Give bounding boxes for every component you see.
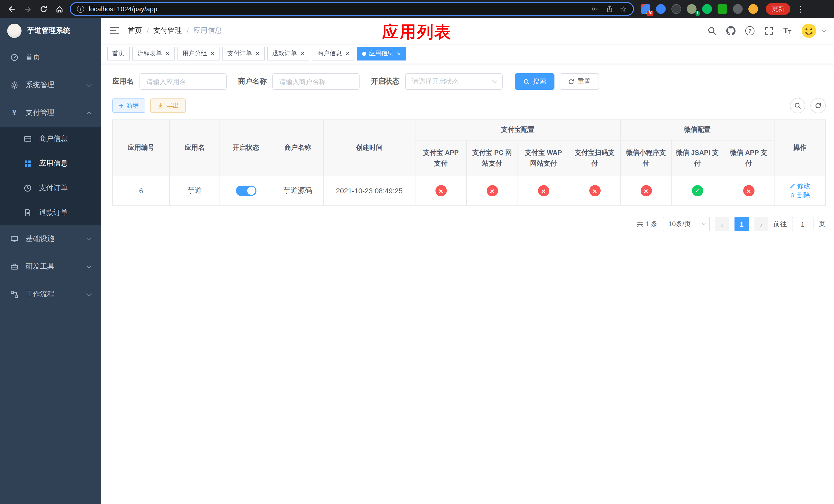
- sidebar-item-dev-tools[interactable]: 研发工具: [0, 253, 101, 280]
- tab-close-icon[interactable]: ×: [346, 50, 349, 57]
- tab-app-info[interactable]: 应用信息 ×: [357, 47, 406, 61]
- sidebar-item-label: 系统管理: [26, 81, 54, 90]
- merchant-name-input[interactable]: [272, 73, 359, 90]
- breadcrumb-payment[interactable]: 支付管理: [153, 26, 182, 36]
- tab-close-icon[interactable]: ×: [211, 50, 214, 57]
- extension-icon-7[interactable]: [733, 4, 743, 14]
- goto-page-input[interactable]: [792, 217, 813, 231]
- tab-merchant-info[interactable]: 商户信息 ×: [312, 47, 354, 61]
- chevron-down-icon: [702, 221, 706, 225]
- extension-icon-5[interactable]: [702, 4, 712, 14]
- export-button[interactable]: 导出: [150, 98, 186, 113]
- tab-close-icon[interactable]: ×: [256, 50, 259, 57]
- github-icon[interactable]: [726, 26, 736, 36]
- share-icon[interactable]: [606, 5, 613, 13]
- browser-refresh-icon[interactable]: [38, 3, 49, 15]
- refresh-table-button[interactable]: [810, 98, 826, 113]
- profile-badge: 1: [695, 11, 700, 16]
- app-name-input[interactable]: [139, 73, 227, 90]
- extension-icon-8[interactable]: [748, 4, 758, 14]
- extension-icon-6[interactable]: [718, 4, 727, 14]
- filter-label-app-name: 应用名: [112, 77, 134, 86]
- prev-page-button[interactable]: ‹: [715, 217, 729, 231]
- sidebar-item-home[interactable]: 首页: [0, 44, 101, 71]
- extension-icon-2[interactable]: [656, 4, 666, 14]
- status-toggle[interactable]: [236, 186, 256, 196]
- tab-close-icon[interactable]: ×: [397, 50, 401, 57]
- search-button[interactable]: 搜索: [515, 73, 554, 90]
- user-menu-caret-icon[interactable]: [821, 27, 827, 32]
- tab-refund-order[interactable]: 退款订单 ×: [267, 47, 310, 61]
- sidebar-item-system[interactable]: 系统管理: [0, 71, 101, 99]
- sidebar-item-label: 商户信息: [39, 134, 68, 143]
- user-avatar[interactable]: [801, 23, 816, 39]
- add-button[interactable]: + 新增: [112, 98, 145, 113]
- app-title: 芋道管理系统: [27, 26, 70, 36]
- sidebar-item-pay-order[interactable]: 支付订单: [0, 176, 101, 201]
- sidebar-item-workflow[interactable]: 工作流程: [0, 280, 101, 308]
- browser-home-icon[interactable]: [54, 3, 65, 15]
- chrome-update-button[interactable]: 更新: [766, 3, 790, 15]
- chevron-up-icon: [86, 111, 91, 116]
- col-app-id: 应用编号: [113, 120, 170, 176]
- search-icon[interactable]: [707, 26, 717, 36]
- edit-link[interactable]: 修改: [789, 182, 810, 191]
- fullscreen-icon[interactable]: [764, 26, 773, 36]
- toggle-search-button[interactable]: [790, 98, 805, 113]
- bookmark-star-icon[interactable]: ☆: [620, 5, 627, 13]
- delete-link[interactable]: 删除: [789, 191, 810, 200]
- font-size-icon[interactable]: TT: [783, 27, 791, 35]
- sidebar-item-label: 首页: [26, 53, 40, 62]
- sidebar-toggle-icon[interactable]: [109, 26, 119, 36]
- app-logo[interactable]: 芋道管理系统: [0, 18, 101, 44]
- chevron-down-icon: [86, 291, 91, 296]
- alipay-pc-status-icon: [486, 185, 498, 197]
- search-form: 应用名 商户名称 开启状态 请选择开启状态: [112, 73, 826, 90]
- address-bar[interactable]: i localhost:1024/pay/app ☆: [70, 2, 634, 16]
- browser-menu-icon[interactable]: ⋮: [795, 4, 806, 14]
- tab-close-icon[interactable]: ×: [166, 50, 170, 57]
- browser-forward-icon[interactable]: [22, 3, 33, 15]
- breadcrumb-current: 应用信息: [193, 26, 222, 36]
- profile-extension-icon[interactable]: 1: [687, 4, 697, 14]
- tab-pay-order[interactable]: 支付订单 ×: [222, 47, 264, 61]
- sidebar-item-label: 研发工具: [26, 262, 54, 271]
- col-merchant: 商户名称: [272, 120, 323, 176]
- page-unit-label: 页: [819, 220, 825, 229]
- dashboard-icon: [10, 53, 19, 62]
- sidebar-item-merchant-info[interactable]: 商户信息: [0, 127, 101, 151]
- sidebar-item-app-info[interactable]: 应用信息: [0, 151, 101, 176]
- sidebar-item-refund-order[interactable]: 退款订单: [0, 201, 101, 225]
- page-number-button[interactable]: 1: [734, 217, 749, 231]
- next-page-button[interactable]: ›: [754, 217, 768, 231]
- col-wechat-mini: 微信小程序支付: [620, 140, 672, 176]
- trash-icon: [789, 192, 795, 199]
- status-select[interactable]: 请选择开启状态: [405, 73, 503, 90]
- toolbox-icon: [10, 262, 19, 271]
- sidebar-item-infrastructure[interactable]: 基础设施: [0, 225, 101, 253]
- filter-label-status: 开启状态: [371, 77, 399, 86]
- tab-close-icon[interactable]: ×: [301, 50, 304, 57]
- cell-created: 2021-10-23 08:49:25: [323, 176, 415, 205]
- extension-icon-3[interactable]: [672, 4, 681, 14]
- reset-button[interactable]: 重置: [559, 73, 599, 90]
- password-key-icon[interactable]: [591, 5, 599, 13]
- extension-icon-1[interactable]: 10: [641, 4, 650, 14]
- tab-home[interactable]: 首页: [107, 47, 130, 61]
- page-size-select[interactable]: 10条/页: [663, 217, 710, 231]
- sidebar-item-label: 工作流程: [26, 290, 54, 299]
- help-icon[interactable]: ?: [745, 26, 754, 36]
- sidebar-item-label: 基础设施: [26, 234, 54, 244]
- sidebar-item-payment[interactable]: ¥ 支付管理: [0, 99, 101, 127]
- tab-user-group[interactable]: 用户分组 ×: [177, 47, 220, 61]
- wechat-jsapi-status-icon: [692, 185, 703, 197]
- breadcrumb-home[interactable]: 首页: [128, 26, 142, 36]
- alipay-wap-status-icon: [538, 185, 549, 197]
- active-dot: [362, 51, 366, 55]
- tab-label: 流程表单: [137, 49, 162, 58]
- site-info-icon[interactable]: i: [77, 5, 84, 13]
- breadcrumb: 首页 / 支付管理 / 应用信息: [128, 26, 222, 36]
- tab-process-form[interactable]: 流程表单 ×: [132, 47, 175, 61]
- col-alipay-pc: 支付宝 PC 网站支付: [466, 140, 518, 176]
- browser-back-icon[interactable]: [6, 3, 18, 15]
